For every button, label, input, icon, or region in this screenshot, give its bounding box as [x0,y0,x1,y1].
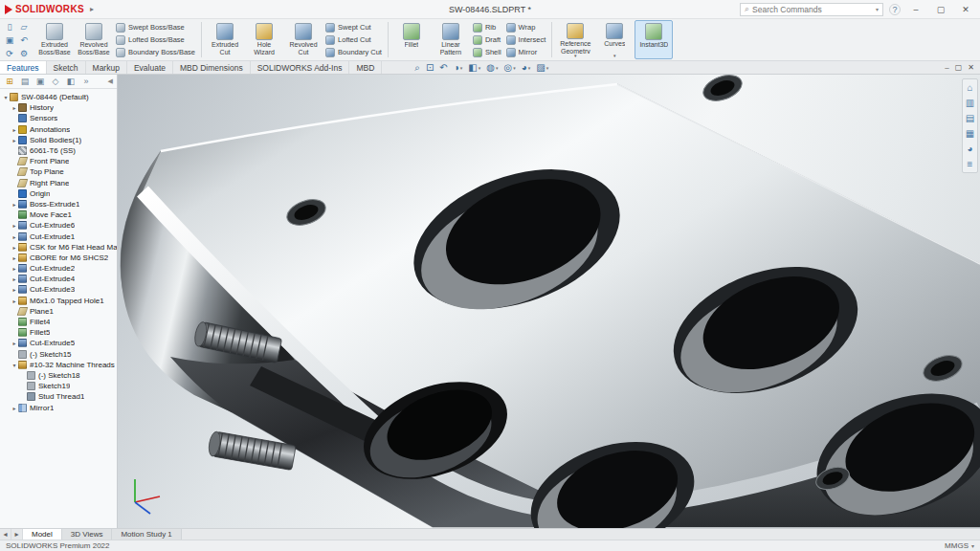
tree-item-sketch19[interactable]: Sketch19 [0,381,117,391]
doc-tab-motion-study-1[interactable]: Motion Study 1 [112,529,181,540]
home-icon[interactable]: ⌂ [967,82,972,93]
open-document-icon[interactable]: ▱ [17,20,31,33]
tree-item-stud-thread1[interactable]: Stud Thread1 [0,391,117,402]
tab-mbd[interactable]: MBD [349,61,382,74]
revolved-boss-base-button[interactable]: Revolved Boss/Base [75,20,113,59]
tree-collapsed-arrow-icon[interactable]: ▸ [11,233,18,240]
tree-item-sketch15[interactable]: (-) Sketch15 [0,349,117,360]
mirror-button[interactable]: Mirror [506,47,546,58]
tree-item-annotations[interactable]: ▸Annotations [0,124,117,135]
draft-button[interactable]: Draft [473,34,501,46]
tree-item-history[interactable]: ▸History [0,102,117,113]
propertymanager-icon[interactable]: ▤ [18,76,32,88]
tree-item-fillet5[interactable]: Fillet5 [0,327,117,338]
search-input[interactable] [752,5,873,14]
doc-tab-3d-views[interactable]: 3D Views [62,529,113,540]
search-caret-icon[interactable]: ▾ [876,6,879,12]
curves-button[interactable]: Curves▾ [595,20,634,59]
tab-mbd-dimensions[interactable]: MBD Dimensions [173,61,251,74]
panel-collapse-arrow-icon[interactable]: ◀ [108,77,114,85]
intersect-button[interactable]: Intersect [506,34,546,46]
tree-collapsed-arrow-icon[interactable]: ▸ [11,201,18,208]
custom-properties-icon[interactable]: ≡ [968,159,973,169]
wrap-button[interactable]: Wrap [506,22,546,33]
close-button[interactable]: ✕ [956,5,975,14]
extruded-cut-button[interactable]: Extruded Cut [206,20,244,59]
tree-item-cut-extrude6[interactable]: ▸Cut-Extrude6 [0,220,117,231]
tree-item-cut-extrude2[interactable]: ▸Cut-Extrude2 [0,263,117,274]
tree-collapsed-arrow-icon[interactable]: ▸ [11,222,18,229]
tree-item-m6x1-0-tapped-hole1[interactable]: ▸M6x1.0 Tapped Hole1 [0,296,117,306]
tree-item-front-plane[interactable]: Front Plane [0,156,117,166]
zoom-area-icon[interactable]: ⊡ [426,62,434,73]
panel-more-icon[interactable]: » [79,76,93,88]
help-button[interactable]: ? [889,4,901,15]
tree-item-cut-extrude1[interactable]: ▸Cut-Extrude1 [0,231,117,241]
tree-item-sensors[interactable]: Sensors [0,113,117,123]
featuremanager-tree-icon[interactable]: ⊞ [3,76,16,88]
tree-item-csk-for-m6-flat-head-machine-sc[interactable]: ▸CSK for M6 Flat Head Machine Sc [0,242,117,253]
units-caret-icon[interactable]: ▾ [971,542,974,549]
linear-pattern-button[interactable]: Linear Pattern [432,20,470,59]
reference-geometry-button[interactable]: Reference Geometry▾ [556,20,594,59]
tree-item-right-plane[interactable]: Right Plane [0,178,117,188]
save-icon[interactable]: ▣ [3,33,16,46]
appearances-scenes-icon[interactable]: ◕ [967,143,972,154]
file-explorer-icon[interactable]: ▤ [966,113,974,123]
undo-icon[interactable]: ↶ [17,33,31,46]
rib-button[interactable]: Rib [473,22,501,33]
new-document-icon[interactable]: ▯ [3,20,16,33]
tree-collapsed-arrow-icon[interactable]: ▸ [11,286,18,293]
tree-expanded-arrow-icon[interactable]: ▾ [11,362,18,368]
tree-collapsed-arrow-icon[interactable]: ▸ [11,126,18,133]
previous-view-icon[interactable]: ↶ [439,62,447,73]
revolved-cut-button[interactable]: Revolved Cut [284,20,323,59]
tree-item-fillet4[interactable]: Fillet4 [0,317,117,327]
tree-item-top-plane[interactable]: Top Plane [0,166,117,177]
zoom-fit-icon[interactable]: ⌕ [414,62,420,74]
options-icon[interactable]: ⚙ [17,47,31,59]
tree-collapsed-arrow-icon[interactable]: ▸ [11,137,18,143]
configurationmanager-icon[interactable]: ▣ [33,76,47,88]
tree-item-move-face1[interactable]: Move Face1 [0,209,117,220]
boundary-cut-button[interactable]: Boundary Cut [325,47,382,58]
design-library-icon[interactable]: ▥ [966,98,974,108]
tabs-scroll-left-icon[interactable]: ◂ [0,529,11,540]
tree-item-cut-extrude3[interactable]: ▸Cut-Extrude3 [0,284,117,295]
tree-collapsed-arrow-icon[interactable]: ▸ [11,254,18,261]
minimize-button[interactable]: – [906,5,925,14]
boundary-boss-base-button[interactable]: Boundary Boss/Base [116,47,195,58]
graphics-viewport[interactable]: ⌂▥▤▦◕≡ [118,75,980,528]
display-style-icon[interactable]: ◍▾ [486,62,498,73]
swept-boss-base-button[interactable]: Swept Boss/Base [116,22,195,33]
tree-item-mirror1[interactable]: ▸Mirror1 [0,402,117,412]
shell-button[interactable]: Shell [473,47,501,58]
dimxpertmanager-icon[interactable]: ◇ [49,76,62,88]
tab-features[interactable]: Features [0,61,47,74]
tabs-scroll-right-icon[interactable]: ▸ [11,529,23,540]
swept-cut-button[interactable]: Swept Cut [325,22,382,33]
tree-expanded-arrow-icon[interactable]: ▾ [2,94,10,100]
tree-item-solid-bodies-1[interactable]: ▸Solid Bodies(1) [0,135,117,145]
section-view-icon[interactable]: ◑▾ [454,62,463,73]
menu-expand-arrow-icon[interactable]: ▸ [87,5,97,13]
scene-icon[interactable]: ▨▾ [536,62,548,73]
tree-item-boss-extrude1[interactable]: ▸Boss-Extrude1 [0,199,117,209]
tree-item-cut-extrude5[interactable]: ▸Cut-Extrude5 [0,338,117,348]
view-orientation-icon[interactable]: ◧▾ [468,62,480,73]
tree-item-origin[interactable]: Origin [0,188,117,199]
tree-collapsed-arrow-icon[interactable]: ▸ [11,265,18,272]
tree-collapsed-arrow-icon[interactable]: ▸ [11,276,18,282]
tree-item-plane1[interactable]: Plane1 [0,306,117,317]
search-commands-box[interactable]: ⌕ ▾ [740,3,883,16]
tree-item-sketch18[interactable]: (-) Sketch18 [0,370,117,381]
tree-collapsed-arrow-icon[interactable]: ▸ [11,298,18,304]
extruded-boss-base-button[interactable]: Extruded Boss/Base [35,20,74,59]
lofted-cut-button[interactable]: Lofted Cut [325,34,382,46]
doc-tab-model[interactable]: Model [23,529,62,540]
fillet-button[interactable]: Fillet [392,20,431,59]
appearances-icon[interactable]: ◕▾ [522,62,531,73]
hole-wizard-button[interactable]: Hole Wizard [245,20,283,59]
tree-item-cut-extrude4[interactable]: ▸Cut-Extrude4 [0,274,117,284]
tab-sketch[interactable]: Sketch [47,61,86,74]
